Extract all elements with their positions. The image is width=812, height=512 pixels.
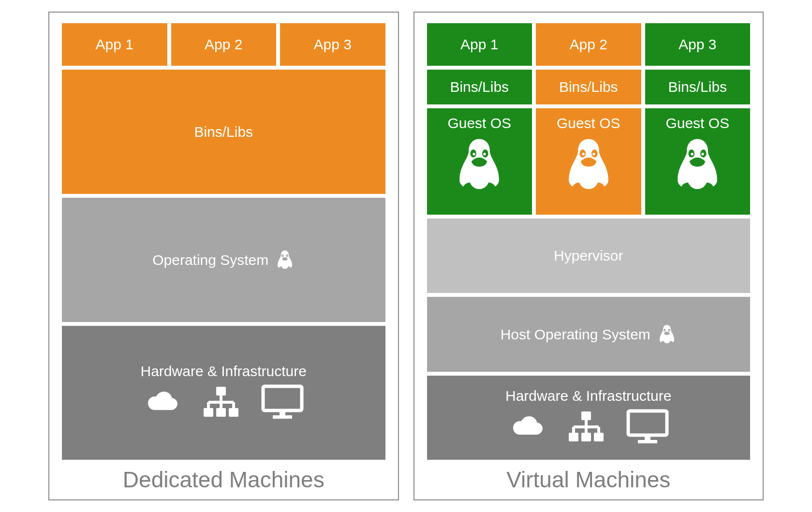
penguin-icon (453, 136, 506, 194)
svg-point-23 (592, 153, 595, 155)
vm-hardware: Hardware & Infrastructure (427, 376, 751, 460)
svg-rect-10 (204, 408, 213, 417)
vm-app-2: App 2 (536, 23, 641, 66)
virtual-caption: Virtual Machines (427, 460, 751, 494)
hypervisor: Hypervisor (427, 219, 751, 293)
svg-rect-43 (638, 440, 657, 443)
dedicated-app-2: App 2 (171, 23, 277, 66)
vm-guestos-row: Guest OS Guest OS (427, 108, 751, 215)
svg-point-18 (473, 153, 475, 155)
vm-guestos-2: Guest OS (536, 108, 641, 215)
vm-apps-row: App 1 App 2 App 3 (427, 23, 751, 66)
network-icon (202, 386, 240, 418)
svg-rect-14 (280, 410, 285, 415)
svg-point-31 (668, 330, 669, 331)
cloud-icon (508, 414, 546, 439)
dedicated-stack: App 1 App 2 App 3 Bins/Libs Operating Sy… (62, 23, 385, 460)
vm-binslibs-2: Bins/Libs (536, 70, 641, 104)
vm-guestos-1: Guest OS (427, 108, 532, 215)
svg-point-30 (664, 330, 665, 331)
svg-rect-12 (229, 408, 238, 417)
svg-rect-13 (263, 386, 302, 410)
dedicated-caption: Dedicated Machines (62, 460, 385, 494)
network-icon (567, 410, 605, 442)
dedicated-app-1: App 1 (62, 23, 167, 66)
svg-rect-40 (594, 433, 604, 441)
virtual-stack: App 1 App 2 App 3 Bins/Libs Bins/Libs Bi… (427, 23, 751, 460)
monitor-icon (626, 409, 669, 444)
svg-point-3 (286, 255, 287, 256)
svg-point-2 (282, 255, 283, 256)
vm-guestos-3-label: Guest OS (665, 115, 729, 132)
svg-rect-11 (216, 408, 226, 417)
dedicated-binslibs: Bins/Libs (62, 70, 385, 194)
dedicated-os-label: Operating System (152, 252, 268, 268)
svg-rect-15 (273, 415, 292, 419)
virtual-machines-panel: App 1 App 2 App 3 Bins/Libs Bins/Libs Bi… (413, 12, 764, 500)
penguin-icon (657, 324, 677, 345)
monitor-icon (261, 384, 304, 419)
svg-point-26 (691, 153, 694, 155)
dedicated-hardware: Hardware & Infrastructure (62, 326, 385, 460)
dedicated-os: Operating System (62, 198, 385, 322)
dedicated-apps-row: App 1 App 2 App 3 (62, 23, 385, 66)
svg-rect-39 (581, 433, 591, 441)
vm-hardware-label: Hardware & Infrastructure (505, 388, 671, 404)
vm-guestos-1-label: Guest OS (447, 115, 511, 132)
vm-app-1: App 1 (427, 23, 532, 66)
dedicated-app-3: App 3 (280, 23, 385, 66)
svg-rect-41 (628, 411, 667, 435)
vm-binslibs-1: Bins/Libs (427, 70, 532, 104)
penguin-icon (671, 136, 724, 194)
svg-point-22 (582, 153, 584, 155)
svg-rect-42 (645, 435, 650, 440)
svg-rect-9 (216, 387, 226, 395)
svg-rect-38 (569, 433, 578, 441)
vm-guestos-2-label: Guest OS (557, 115, 620, 132)
vm-binslibs-row: Bins/Libs Bins/Libs Bins/Libs (427, 70, 751, 104)
host-os: Host Operating System (427, 297, 751, 371)
svg-point-19 (483, 153, 486, 155)
svg-rect-37 (581, 411, 591, 420)
svg-point-27 (701, 153, 704, 155)
vm-app-3: App 3 (645, 23, 751, 66)
vm-binslibs-3: Bins/Libs (645, 70, 751, 104)
cloud-icon (143, 390, 181, 414)
vm-guestos-3: Guest OS (645, 108, 751, 215)
dedicated-hardware-label: Hardware & Infrastructure (141, 363, 307, 380)
host-os-label: Host Operating System (501, 326, 650, 343)
penguin-icon (562, 136, 615, 194)
penguin-icon (275, 249, 295, 271)
dedicated-machines-panel: App 1 App 2 App 3 Bins/Libs Operating Sy… (48, 12, 399, 500)
